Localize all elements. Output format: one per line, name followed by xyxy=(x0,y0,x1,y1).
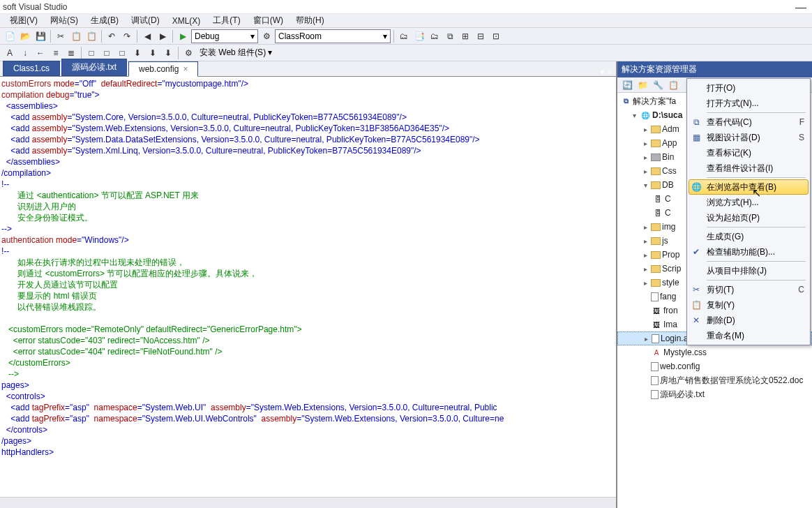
tab-class1[interactable]: Class1.cs xyxy=(3,61,60,76)
cm-view-code[interactable]: ⧉查看代码(C)F xyxy=(689,114,809,130)
xml-1[interactable]: A xyxy=(3,46,17,60)
install-web-components[interactable]: 安装 Web 组件(S) ▾ xyxy=(197,47,275,59)
xml-2[interactable]: ↓ xyxy=(18,46,32,60)
designer-icon: ▦ xyxy=(690,131,702,144)
folder-icon xyxy=(651,265,661,273)
context-menu: 打开(O) 打开方式(N)... ⧉查看代码(C)F ▦视图设计器(D)S 查看… xyxy=(686,78,811,345)
chevron-down-icon[interactable]: ▾ xyxy=(641,181,649,189)
run-button[interactable]: ▶ xyxy=(176,29,190,43)
menu-bar: 视图(V) 网站(S) 生成(B) 调试(D) XML(X) 工具(T) 窗口(… xyxy=(0,14,812,28)
new-button[interactable]: 📄 xyxy=(3,29,17,43)
paste-button[interactable]: 📋 xyxy=(84,29,98,43)
menu-tools[interactable]: 工具(T) xyxy=(209,13,244,28)
xml-6[interactable]: □ xyxy=(84,46,98,60)
save-button[interactable]: 💾 xyxy=(33,29,47,43)
project-input[interactable] xyxy=(278,31,383,42)
cm-build-page[interactable]: 生成页(G) xyxy=(689,229,809,244)
gear-icon[interactable]: ⚙ xyxy=(181,46,195,60)
open-button[interactable]: 📂 xyxy=(18,29,32,43)
cm-copy[interactable]: 📋复制(Y) xyxy=(689,297,809,313)
xml-4[interactable]: ≡ xyxy=(49,46,63,60)
nest-icon[interactable]: 📋 xyxy=(666,78,680,92)
cm-rename[interactable]: 重命名(M) xyxy=(689,328,809,343)
folder-icon xyxy=(651,126,661,133)
tool-7[interactable]: ⊡ xyxy=(489,29,503,43)
css-icon: A xyxy=(651,347,662,358)
tool-2[interactable]: 📑 xyxy=(412,29,426,43)
chevron-down-icon[interactable]: ▾ xyxy=(630,112,638,119)
undo-button[interactable]: ↶ xyxy=(105,29,119,43)
folder-icon xyxy=(651,237,661,245)
menu-debug[interactable]: 调试(D) xyxy=(127,13,164,28)
cm-view-markup[interactable]: 查看标记(K) xyxy=(689,145,809,160)
xml-7[interactable]: □ xyxy=(100,46,114,60)
delete-icon: ✕ xyxy=(690,314,702,327)
redo-button[interactable]: ↷ xyxy=(120,29,134,43)
toolbar-main: 📄 📂 💾 ✂ 📋 📋 ↶ ↷ ◀ ▶ ▶ ▾ ⚙ ▾ 🗂 📑 🗂 ⧉ ⊞ ⊟ … xyxy=(0,28,812,45)
xml-3[interactable]: ← xyxy=(33,46,47,60)
copy-button[interactable]: 📋 xyxy=(69,29,83,43)
tab-webconfig[interactable]: web.config× xyxy=(128,61,198,77)
menu-website[interactable]: 网站(S) xyxy=(46,13,82,28)
horizontal-scrollbar[interactable] xyxy=(0,497,616,508)
properties-icon[interactable]: 🔧 xyxy=(651,78,665,92)
solution-icon: ⧉ xyxy=(620,96,631,107)
cm-open[interactable]: 打开(O) xyxy=(689,80,809,96)
cm-browse-with[interactable]: 浏览方式(H)... xyxy=(689,195,809,210)
doc-icon xyxy=(651,376,659,385)
nav-fwd-button[interactable]: ▶ xyxy=(156,29,170,43)
cm-check-accessibility[interactable]: ✔检查辅助功能(B)... xyxy=(689,244,809,260)
nav-back-button[interactable]: ◀ xyxy=(140,29,154,43)
txt-icon xyxy=(651,390,659,399)
tree-item[interactable]: 房地产销售数据管理系统论文0522.doc xyxy=(617,373,812,387)
config-select[interactable]: ▾ xyxy=(191,29,258,43)
tool-4[interactable]: ⧉ xyxy=(443,29,457,43)
cm-set-start-page[interactable]: 设为起始页(P) xyxy=(689,210,809,225)
cm-view-component[interactable]: 查看组件设计器(I) xyxy=(689,160,809,176)
cm-view-designer[interactable]: ▦视图设计器(D)S xyxy=(689,130,809,145)
panel-title: 解决方案资源管理器 xyxy=(617,61,812,77)
tree-item[interactable]: 源码必读.txt xyxy=(617,387,812,401)
refresh-icon[interactable]: 🔄 xyxy=(620,78,634,92)
code-editor[interactable]: customErrors mode="Off" defaultRedirect=… xyxy=(0,77,616,497)
xml-5[interactable]: ≣ xyxy=(64,46,78,60)
xml-8[interactable]: □ xyxy=(115,46,129,60)
config-input[interactable] xyxy=(195,31,250,42)
editor-area: Class1.cs 源码必读.txt web.config× ▼ × custo… xyxy=(0,61,617,508)
chevron-right-icon[interactable]: ▸ xyxy=(641,126,649,133)
cm-exclude[interactable]: 从项目中排除(J) xyxy=(689,263,809,278)
project-select[interactable]: ▾ xyxy=(275,29,391,43)
folder-icon xyxy=(651,251,661,259)
menu-xml[interactable]: XML(X) xyxy=(168,15,205,27)
cm-open-with[interactable]: 打开方式(N)... xyxy=(689,96,809,111)
xml-9[interactable]: ⬇ xyxy=(130,46,144,60)
platform-button[interactable]: ⚙ xyxy=(260,29,273,43)
tool-5[interactable]: ⊞ xyxy=(458,29,472,43)
xml-11[interactable]: ⬇ xyxy=(161,46,175,60)
tree-item[interactable]: AMystyle.css xyxy=(617,345,812,359)
tabbar-dropdown[interactable]: ▼ × xyxy=(599,68,616,76)
menu-window[interactable]: 窗口(W) xyxy=(249,13,287,28)
tree-item[interactable]: web.config xyxy=(617,359,812,373)
menu-build[interactable]: 生成(B) xyxy=(87,13,123,28)
tool-3[interactable]: 🗂 xyxy=(428,29,442,43)
tab-readme[interactable]: 源码必读.txt xyxy=(61,59,127,76)
db-icon: 🗄 xyxy=(652,207,663,218)
folder-icon xyxy=(651,154,661,161)
minimize-button[interactable]: — xyxy=(795,1,806,14)
cm-view-in-browser[interactable]: 🌐在浏览器中查看(B) xyxy=(689,179,809,195)
cut-icon: ✂ xyxy=(690,283,702,296)
check-icon: ✔ xyxy=(690,246,702,258)
cut-button[interactable]: ✂ xyxy=(54,29,68,43)
tool-1[interactable]: 🗂 xyxy=(397,29,411,43)
close-icon[interactable]: × xyxy=(183,64,188,74)
tool-6[interactable]: ⊟ xyxy=(474,29,488,43)
xml-10[interactable]: ⬇ xyxy=(146,46,160,60)
db-icon: 🗄 xyxy=(652,193,663,204)
menu-view[interactable]: 视图(V) xyxy=(6,13,42,28)
show-all-icon[interactable]: 📁 xyxy=(636,78,649,92)
title-bar: soft Visual Studio — xyxy=(0,0,812,14)
cm-delete[interactable]: ✕删除(D) xyxy=(689,313,809,328)
cm-cut[interactable]: ✂剪切(T)C xyxy=(689,282,809,297)
menu-help[interactable]: 帮助(H) xyxy=(292,13,329,28)
